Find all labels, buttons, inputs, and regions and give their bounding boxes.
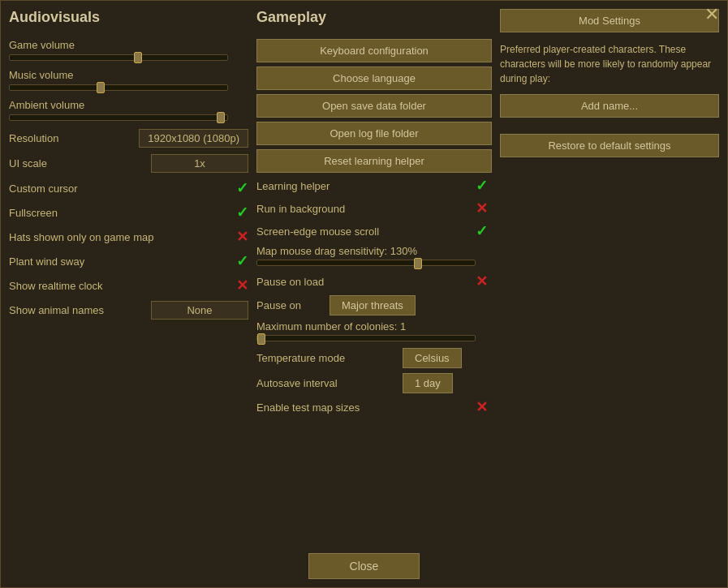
- preferred-characters-description: Preferred player-created characters. The…: [500, 42, 719, 86]
- max-colonies-row: Maximum number of colonies: 1: [256, 320, 492, 341]
- resolution-label: Resolution: [9, 132, 58, 144]
- fullscreen-row: Fullscreen ✓: [9, 204, 248, 221]
- animal-names-label: Show animal names: [9, 304, 104, 316]
- hats-row: Hats shown only on game map ✕: [9, 228, 248, 246]
- settings-dialog: ✕ Audiovisuals Game volume Music volume: [0, 0, 728, 588]
- max-colonies-thumb[interactable]: [257, 333, 265, 345]
- game-volume-label: Game volume: [9, 39, 248, 51]
- ambient-volume-thumb[interactable]: [217, 112, 225, 123]
- reset-learning-button[interactable]: Reset learning helper: [256, 149, 492, 173]
- max-colonies-label: Maximum number of colonies: 1: [256, 320, 492, 333]
- add-name-button[interactable]: Add name...: [500, 94, 719, 118]
- learning-helper-row: Learning helper ✓: [256, 177, 492, 195]
- gameplay-title: Gameplay: [256, 9, 492, 26]
- music-volume-thumb[interactable]: [97, 82, 105, 93]
- ambient-volume-row: Ambient volume: [9, 99, 248, 121]
- game-volume-slider[interactable]: [9, 54, 228, 61]
- realtime-clock-check[interactable]: ✕: [236, 277, 248, 294]
- realtime-clock-row: Show realtime clock ✕: [9, 277, 248, 294]
- choose-language-button[interactable]: Choose language: [256, 67, 492, 90]
- enable-test-check[interactable]: ✕: [476, 398, 488, 416]
- max-colonies-slider[interactable]: [256, 335, 476, 341]
- resolution-row: Resolution 1920x1080 (1080p): [9, 129, 248, 148]
- resolution-dropdown[interactable]: 1920x1080 (1080p): [139, 129, 248, 148]
- plant-wind-check[interactable]: ✓: [236, 252, 248, 270]
- autosave-label: Autosave interval: [256, 377, 403, 389]
- music-volume-slider[interactable]: [9, 84, 228, 91]
- autosave-row: Autosave interval 1 day: [256, 373, 492, 393]
- pause-on-load-row: Pause on load ✕: [256, 273, 492, 290]
- autosave-button[interactable]: 1 day: [403, 373, 453, 393]
- game-volume-row: Game volume: [9, 39, 248, 61]
- temperature-label: Temperature mode: [256, 352, 403, 364]
- map-drag-slider[interactable]: [256, 260, 476, 266]
- enable-test-label: Enable test map sizes: [256, 401, 360, 414]
- run-background-check[interactable]: ✕: [476, 200, 488, 217]
- open-save-button[interactable]: Open save data folder: [256, 94, 492, 118]
- animal-names-dropdown[interactable]: None: [151, 301, 248, 320]
- map-drag-label: Map mouse drag sensitivity: 130%: [256, 245, 492, 257]
- fullscreen-label: Fullscreen: [9, 207, 58, 219]
- pause-on-button[interactable]: Major threats: [330, 295, 416, 315]
- custom-cursor-check[interactable]: ✓: [236, 179, 248, 197]
- ui-scale-label: UI scale: [9, 157, 47, 170]
- restore-defaults-button[interactable]: Restore to default settings: [500, 134, 719, 157]
- run-background-label: Run in background: [256, 203, 345, 215]
- plant-wind-label: Plant wind sway: [9, 255, 84, 268]
- temperature-button[interactable]: Celsius: [403, 348, 462, 368]
- dialog-footer: Close: [1, 542, 727, 587]
- temperature-row: Temperature mode Celsius: [256, 348, 492, 368]
- close-x-button[interactable]: ✕: [704, 6, 719, 24]
- music-volume-row: Music volume: [9, 69, 248, 91]
- open-log-button[interactable]: Open log file folder: [256, 122, 492, 145]
- music-volume-label: Music volume: [9, 69, 248, 81]
- plant-wind-row: Plant wind sway ✓: [9, 252, 248, 270]
- screen-edge-check[interactable]: ✓: [476, 222, 488, 240]
- run-background-row: Run in background ✕: [256, 200, 492, 217]
- game-volume-thumb[interactable]: [134, 52, 142, 63]
- fullscreen-check[interactable]: ✓: [236, 204, 248, 221]
- close-dialog-button[interactable]: Close: [308, 553, 420, 579]
- realtime-clock-label: Show realtime clock: [9, 280, 103, 292]
- keyboard-config-button[interactable]: Keyboard configuration: [256, 39, 492, 62]
- audiovisuals-title: Audiovisuals: [9, 9, 248, 26]
- learning-helper-check[interactable]: ✓: [476, 177, 488, 195]
- pause-on-row: Pause on Major threats: [256, 295, 492, 315]
- screen-edge-label: Screen-edge mouse scroll: [256, 225, 379, 238]
- map-drag-thumb[interactable]: [414, 258, 422, 269]
- screen-edge-row: Screen-edge mouse scroll ✓: [256, 222, 492, 240]
- custom-cursor-label: Custom cursor: [9, 182, 78, 195]
- pause-on-load-label: Pause on load: [256, 276, 324, 288]
- right-panel: Mod Settings Preferred player-created ch…: [500, 9, 719, 542]
- hats-check[interactable]: ✕: [236, 228, 248, 246]
- enable-test-row: Enable test map sizes ✕: [256, 398, 492, 416]
- dialog-content: Audiovisuals Game volume Music volume Am…: [1, 1, 727, 542]
- map-drag-row: Map mouse drag sensitivity: 130%: [256, 245, 492, 266]
- hats-label: Hats shown only on game map: [9, 231, 153, 243]
- audiovisuals-panel: Audiovisuals Game volume Music volume Am…: [9, 9, 248, 542]
- ambient-volume-slider[interactable]: [9, 114, 228, 121]
- ambient-volume-label: Ambient volume: [9, 99, 248, 111]
- animal-names-row: Show animal names None: [9, 301, 248, 320]
- learning-helper-label: Learning helper: [256, 180, 330, 192]
- pause-on-load-check[interactable]: ✕: [476, 273, 488, 290]
- gameplay-panel: Gameplay Keyboard configuration Choose l…: [256, 9, 492, 542]
- ui-scale-dropdown[interactable]: 1x: [151, 154, 248, 173]
- custom-cursor-row: Custom cursor ✓: [9, 179, 248, 197]
- ui-scale-row: UI scale 1x: [9, 154, 248, 173]
- pause-on-label: Pause on: [256, 299, 330, 311]
- mod-settings-button[interactable]: Mod Settings: [500, 9, 719, 32]
